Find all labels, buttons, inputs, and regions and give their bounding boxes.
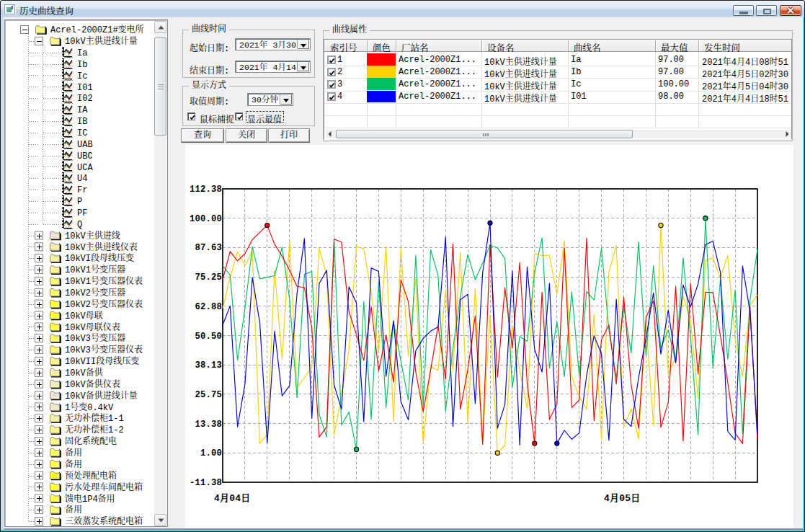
svg-text:50.50: 50.50 [195,332,222,342]
svg-text:备用: 备用 [65,505,82,515]
svg-text:污水处理车间配电箱: 污水处理车间配电箱 [65,482,143,493]
svg-text:1.00: 1.00 [200,448,222,458]
svg-text:-11.38: -11.38 [190,478,222,488]
svg-text:87.63: 87.63 [195,243,222,253]
svg-text:IA: IA [77,105,88,115]
svg-text:无功补偿柜1-1: 无功补偿柜1-1 [65,412,124,424]
svg-text:Fr: Fr [77,185,87,195]
svg-text:备用: 备用 [65,448,82,458]
svg-text:10kV备供进线计量: 10kV备供进线计量 [65,390,138,402]
svg-text:10kV1号变压器: 10kV1号变压器 [65,264,125,275]
svg-text:10kV主供进线计量: 10kV主供进线计量 [65,35,138,47]
svg-text:25.75: 25.75 [195,390,222,400]
svg-text:I01: I01 [77,83,93,93]
svg-text:Ia: Ia [77,48,87,58]
svg-text:10kV母联: 10kV母联 [65,311,103,322]
svg-text:IB: IB [77,117,87,127]
svg-text:无功补偿柜1-2: 无功补偿柜1-2 [65,424,124,435]
svg-text:UAB: UAB [77,140,93,150]
svg-text:13.38: 13.38 [195,420,222,430]
svg-text:10kVII段母线压变: 10kVII段母线压变 [65,355,139,367]
svg-text:100.00: 100.00 [190,214,222,224]
svg-text:固化系统配电: 固化系统配电 [65,435,117,447]
svg-text:备用: 备用 [65,459,82,470]
svg-text:38.13: 38.13 [195,360,222,371]
svg-text:10kV母联仪表: 10kV母联仪表 [65,322,120,333]
svg-text:U4: U4 [77,174,87,184]
svg-text:1号变0.4kV: 1号变0.4kV [65,402,114,413]
svg-text:UCA: UCA [77,163,93,173]
svg-text:10kV备供: 10kV备供 [65,367,104,378]
svg-text:62.88: 62.88 [195,302,222,312]
svg-text:10kV1号变压器仪表: 10kV1号变压器仪表 [65,275,143,287]
svg-text:10kV2号变压器仪表: 10kV2号变压器仪表 [65,298,143,310]
svg-text:4月04日: 4月04日 [214,493,250,504]
svg-text:75.25: 75.25 [195,272,222,283]
svg-text:10kV主供进线仪表: 10kV主供进线仪表 [65,241,138,253]
svg-text:UBC: UBC [77,151,93,161]
svg-text:Ib: Ib [77,60,87,70]
svg-text:112.38: 112.38 [190,185,222,195]
svg-text:10kV主供进线: 10kV主供进线 [65,230,120,241]
svg-text:Ic: Ic [77,71,87,81]
svg-text:10kV3号变压器仪表: 10kV3号变压器仪表 [65,344,143,355]
svg-text:10kV2号变压器: 10kV2号变压器 [65,287,125,298]
svg-text:三效蒸发系统配电箱: 三效蒸发系统配电箱 [65,515,143,526]
svg-text:10kV备供仪表: 10kV备供仪表 [65,378,120,390]
svg-text:I02: I02 [77,94,93,104]
svg-text:10kV3号变压器: 10kV3号变压器 [65,332,125,344]
svg-text:Acrel-2000Z1#变电所: Acrel-2000Z1#变电所 [50,24,144,35]
svg-text:Q: Q [77,220,82,230]
svg-text:4月05日: 4月05日 [604,493,640,504]
svg-text:PF: PF [77,208,87,218]
svg-text:IC: IC [77,128,87,138]
svg-text:馈电1P4备用: 馈电1P4备用 [65,493,115,505]
svg-text:10kVI段母线压变: 10kVI段母线压变 [65,252,134,264]
svg-text:预处理配电箱: 预处理配电箱 [65,470,117,482]
svg-text:P: P [77,197,82,207]
